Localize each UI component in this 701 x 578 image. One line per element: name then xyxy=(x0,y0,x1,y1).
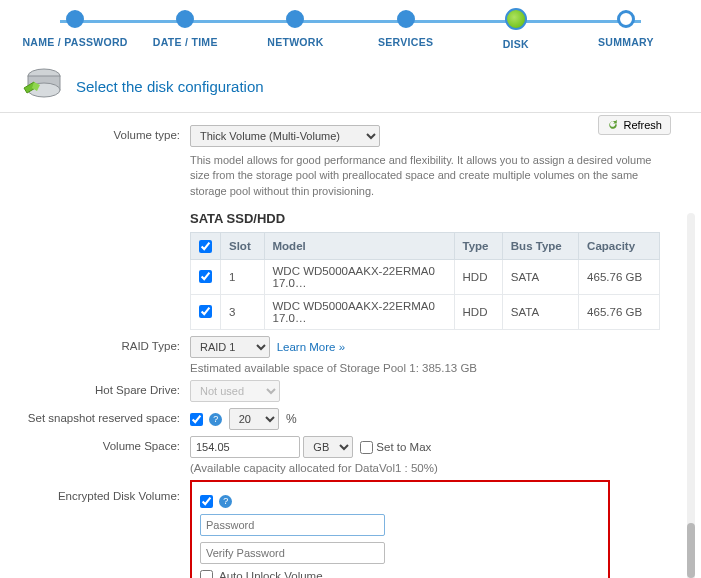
page-title: Select the disk configuration xyxy=(76,78,264,95)
col-slot: Slot xyxy=(221,233,265,259)
help-icon[interactable]: ? xyxy=(209,413,222,426)
encrypted-section-highlight: ? Auto Unlock Volume xyxy=(190,480,610,578)
allocation-note: (Available capacity allocated for DataVo… xyxy=(190,462,681,474)
auto-unlock-label: Auto Unlock Volume xyxy=(219,570,323,578)
cell-capacity: 465.76 GB xyxy=(579,259,660,294)
cell-model: WDC WD5000AAKX-22ERMA0 17.0… xyxy=(264,259,454,294)
disk-stack-icon xyxy=(20,66,64,106)
wizard-stepper: NAME / PASSWORD DATE / TIME NETWORK SERV… xyxy=(0,0,701,58)
snapshot-enable-checkbox[interactable] xyxy=(190,413,203,426)
step-network[interactable]: NETWORK xyxy=(240,10,350,48)
volume-type-description: This model allows for good performance a… xyxy=(190,153,660,199)
set-to-max-label: Set to Max xyxy=(376,441,431,453)
raid-type-label: RAID Type: xyxy=(20,336,190,352)
page-header: Select the disk configuration xyxy=(0,58,701,113)
learn-more-link[interactable]: Learn More » xyxy=(277,341,345,353)
cell-type: HDD xyxy=(454,259,502,294)
hot-spare-label: Hot Spare Drive: xyxy=(20,380,190,396)
step-name-password[interactable]: NAME / PASSWORD xyxy=(20,10,130,48)
col-type: Type xyxy=(454,233,502,259)
row-checkbox[interactable] xyxy=(199,305,212,318)
step-dot-pending-icon xyxy=(617,10,635,28)
step-dot-icon xyxy=(66,10,84,28)
cell-bus: SATA xyxy=(502,294,578,329)
cell-type: HDD xyxy=(454,294,502,329)
table-row: 1 WDC WD5000AAKX-22ERMA0 17.0… HDD SATA … xyxy=(191,259,660,294)
col-model: Model xyxy=(264,233,454,259)
cell-capacity: 465.76 GB xyxy=(579,294,660,329)
step-date-time[interactable]: DATE / TIME xyxy=(130,10,240,48)
help-icon[interactable]: ? xyxy=(219,495,232,508)
raid-type-select[interactable]: RAID 1 xyxy=(190,336,270,358)
percent-suffix: % xyxy=(286,412,297,426)
step-summary[interactable]: SUMMARY xyxy=(571,10,681,48)
hot-spare-select[interactable]: Not used xyxy=(190,380,280,402)
disk-table: Slot Model Type Bus Type Capacity 1 WDC … xyxy=(190,232,660,329)
refresh-button[interactable]: Refresh xyxy=(598,115,671,135)
cell-model: WDC WD5000AAKX-22ERMA0 17.0… xyxy=(264,294,454,329)
refresh-icon xyxy=(607,119,619,131)
verify-password-input[interactable] xyxy=(200,542,385,564)
cell-bus: SATA xyxy=(502,259,578,294)
table-row: 3 WDC WD5000AAKX-22ERMA0 17.0… HDD SATA … xyxy=(191,294,660,329)
step-dot-icon xyxy=(176,10,194,28)
encrypted-label: Encrypted Disk Volume: xyxy=(20,480,190,502)
encrypted-enable-checkbox[interactable] xyxy=(200,495,213,508)
scrollbar-thumb[interactable] xyxy=(687,523,695,578)
auto-unlock-checkbox[interactable] xyxy=(200,570,213,578)
volume-type-select[interactable]: Thick Volume (Multi-Volume) xyxy=(190,125,380,147)
volume-type-label: Volume type: xyxy=(20,125,190,141)
set-to-max-checkbox[interactable] xyxy=(360,441,373,454)
select-all-checkbox[interactable] xyxy=(199,240,212,253)
password-input[interactable] xyxy=(200,514,385,536)
step-services[interactable]: SERVICES xyxy=(351,10,461,48)
raid-estimated-text: Estimated available space of Storage Poo… xyxy=(190,362,681,374)
refresh-label: Refresh xyxy=(623,119,662,131)
row-checkbox[interactable] xyxy=(199,270,212,283)
col-bus: Bus Type xyxy=(502,233,578,259)
vertical-scrollbar[interactable] xyxy=(687,213,695,578)
cell-slot: 3 xyxy=(221,294,265,329)
cell-slot: 1 xyxy=(221,259,265,294)
step-dot-icon xyxy=(397,10,415,28)
step-dot-icon xyxy=(286,10,304,28)
volume-space-input[interactable] xyxy=(190,436,300,458)
col-capacity: Capacity xyxy=(579,233,660,259)
volume-space-label: Volume Space: xyxy=(20,436,190,452)
config-body: Refresh Volume type: Thick Volume (Multi… xyxy=(0,113,701,578)
volume-space-unit-select[interactable]: GB xyxy=(303,436,353,458)
step-dot-active-icon xyxy=(505,8,527,30)
snapshot-percent-select[interactable]: 20 xyxy=(229,408,279,430)
snapshot-space-label: Set snapshot reserved space: xyxy=(20,408,190,424)
disk-section-title: SATA SSD/HDD xyxy=(190,211,681,226)
step-disk[interactable]: DISK xyxy=(461,10,571,50)
